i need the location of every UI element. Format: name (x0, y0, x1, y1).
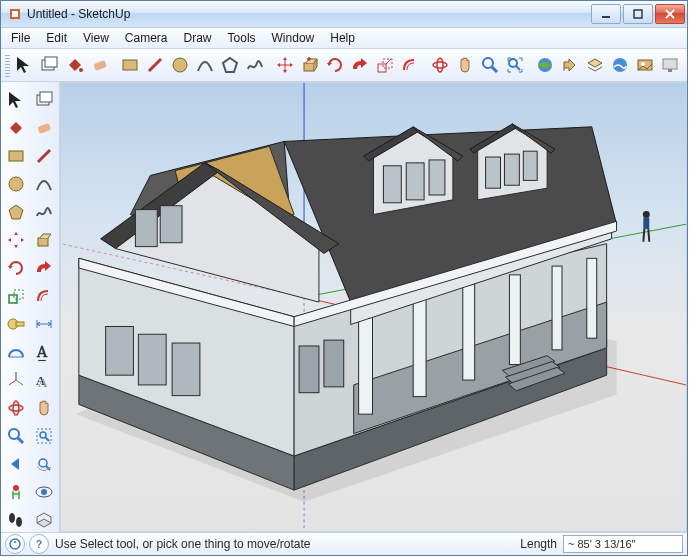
house-model[interactable] (79, 124, 617, 490)
svg-point-52 (13, 401, 19, 415)
push-pull-tool[interactable] (298, 51, 321, 79)
svg-text:?: ? (36, 539, 42, 550)
pan-tool[interactable] (454, 51, 477, 79)
polygon-tool[interactable] (218, 51, 241, 79)
svg-rect-27 (663, 59, 677, 69)
svg-rect-100 (172, 343, 200, 396)
offset-tool[interactable] (31, 283, 57, 309)
minimize-button[interactable] (591, 4, 621, 24)
dimension-tool[interactable] (31, 311, 57, 337)
rotate-tool[interactable] (323, 51, 346, 79)
rectangle-tool[interactable] (118, 51, 141, 79)
svg-marker-35 (9, 205, 23, 219)
polygon-tool[interactable] (3, 199, 29, 225)
arc-tool[interactable] (31, 171, 57, 197)
svg-rect-5 (45, 57, 57, 67)
push-pull-tool[interactable] (31, 227, 57, 253)
svg-point-6 (79, 68, 83, 72)
close-button[interactable] (655, 4, 685, 24)
menu-window[interactable]: Window (264, 28, 323, 48)
menu-help[interactable]: Help (322, 28, 363, 48)
circle-tool[interactable] (168, 51, 191, 79)
zoom-tool[interactable] (479, 51, 502, 79)
menu-tools[interactable]: Tools (220, 28, 264, 48)
svg-rect-30 (40, 92, 52, 102)
menu-draw[interactable]: Draw (176, 28, 220, 48)
arc-tool[interactable] (193, 51, 216, 79)
zoom-window-tool[interactable] (31, 423, 57, 449)
menu-view[interactable]: View (75, 28, 117, 48)
rectangle-tool[interactable] (3, 143, 29, 169)
axes-tool[interactable] (3, 367, 29, 393)
svg-line-47 (9, 380, 16, 385)
3d-text-tool[interactable]: AA (31, 367, 57, 393)
line-tool[interactable] (31, 143, 57, 169)
google-earth-tool[interactable] (609, 51, 632, 79)
svg-rect-72 (463, 285, 475, 380)
line-tool[interactable] (143, 51, 166, 79)
left-toolbar: A̲ AA (1, 82, 60, 532)
3d-viewport[interactable] (60, 82, 687, 532)
tape-measure-tool[interactable] (3, 311, 29, 337)
paint-bucket-tool[interactable] (63, 51, 86, 79)
svg-rect-102 (324, 340, 344, 387)
maximize-button[interactable] (623, 4, 653, 24)
get-models-tool[interactable] (534, 51, 557, 79)
menu-camera[interactable]: Camera (117, 28, 176, 48)
toolbar-grip[interactable] (5, 53, 10, 77)
move-tool[interactable] (273, 51, 296, 79)
svg-rect-99 (138, 334, 166, 385)
scale-tool[interactable] (373, 51, 396, 79)
freehand-tool[interactable] (31, 199, 57, 225)
scale-figure[interactable] (643, 211, 650, 242)
pan-tool[interactable] (31, 395, 57, 421)
menu-file[interactable]: File (3, 28, 38, 48)
svg-rect-95 (523, 151, 537, 180)
share-model-tool[interactable] (559, 51, 582, 79)
svg-rect-93 (486, 157, 501, 188)
position-camera-tool[interactable] (3, 479, 29, 505)
orbit-tool[interactable] (3, 395, 29, 421)
svg-rect-14 (304, 63, 314, 71)
menu-edit[interactable]: Edit (38, 28, 75, 48)
svg-rect-71 (413, 295, 426, 396)
paint-bucket-tool[interactable] (3, 115, 29, 141)
offset-tool[interactable] (399, 51, 422, 79)
previous-tool[interactable] (3, 451, 29, 477)
rotate-tool[interactable] (3, 255, 29, 281)
make-component-tool[interactable] (38, 51, 61, 79)
make-component-tool[interactable] (31, 87, 57, 113)
move-tool[interactable] (3, 227, 29, 253)
svg-line-110 (643, 229, 644, 242)
status-help-icon[interactable]: ? (29, 534, 49, 554)
select-tool[interactable] (3, 87, 29, 113)
scale-tool[interactable] (3, 283, 29, 309)
freehand-tool[interactable] (243, 51, 266, 79)
svg-rect-73 (509, 275, 520, 365)
look-around-tool[interactable] (31, 479, 57, 505)
circle-tool[interactable] (3, 171, 29, 197)
walk-tool[interactable] (3, 507, 29, 533)
title-bar[interactable]: Untitled - SketchUp (1, 1, 687, 28)
status-info-icon[interactable] (5, 534, 25, 554)
select-tool[interactable] (13, 51, 36, 79)
zoom-extents-tool[interactable] (504, 51, 527, 79)
protractor-tool[interactable] (3, 339, 29, 365)
layers-tool[interactable] (584, 51, 607, 79)
zoom-tool[interactable] (3, 423, 29, 449)
length-value[interactable]: ~ 85' 3 13/16" (563, 535, 683, 553)
get-photo-texture-tool[interactable] (634, 51, 657, 79)
section-plane-tool[interactable] (31, 507, 57, 533)
zoom-extents-tool[interactable] (31, 451, 57, 477)
svg-point-34 (9, 177, 23, 191)
eraser-tool[interactable] (31, 115, 57, 141)
svg-rect-32 (9, 151, 23, 161)
eraser-tool[interactable] (88, 51, 111, 79)
text-tool[interactable]: A̲ (31, 339, 57, 365)
svg-point-58 (39, 459, 47, 467)
follow-me-tool[interactable] (31, 255, 57, 281)
preview-google-earth-tool[interactable] (659, 51, 682, 79)
follow-me-tool[interactable] (348, 51, 371, 79)
svg-rect-94 (504, 154, 519, 185)
orbit-tool[interactable] (428, 51, 451, 79)
